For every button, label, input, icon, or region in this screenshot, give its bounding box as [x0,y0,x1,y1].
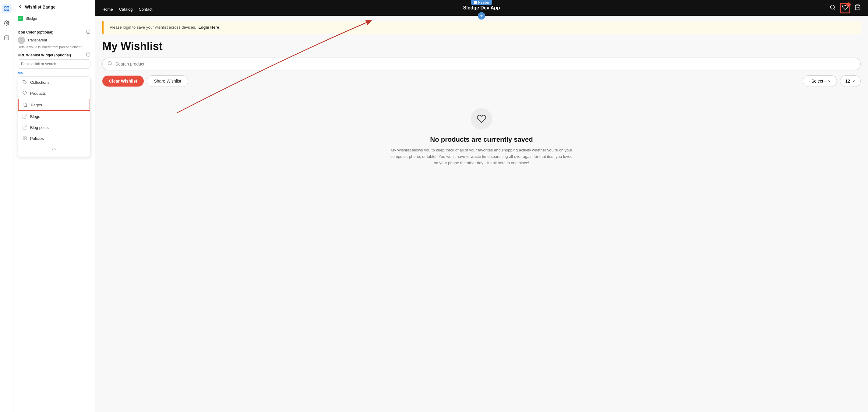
wishlist-notice: Please login to save your wishlist acros… [102,21,861,34]
collections-label: Collections [30,80,50,85]
color-row: Transparent [18,36,90,44]
svg-rect-3 [7,9,8,11]
icon-color-field-row: Icon Color (optional) [18,30,90,35]
notice-link[interactable]: Login Here [198,25,219,30]
url-widget-label: URL Wishlist Widget (optional) [18,53,71,57]
icon-color-desc: Default value is inherit from parent ele… [18,45,90,49]
dropdown-item-collections[interactable]: Collections [18,77,90,88]
back-button[interactable] [18,4,23,10]
blog-posts-label: Blog posts [30,125,49,130]
policies-label: Policies [30,136,44,141]
action-row: Clear Wishlist Share Wishlist - Select -… [102,75,861,87]
more-button[interactable]: ··· [84,4,90,10]
header-actions: 0 [830,3,861,13]
products-label: Products [30,91,46,96]
svg-line-18 [834,8,835,9]
panel-title: Wishlist Badge [25,5,56,9]
policies-icon [22,136,27,141]
collections-icon [22,80,27,85]
dropdown-item-products[interactable]: Products [18,88,90,99]
svg-rect-14 [23,139,24,140]
svg-point-8 [87,30,90,31]
icon-sidebar [0,0,13,412]
empty-desc: My Wishlist allows you to keep track of … [390,147,573,166]
cart-header-button[interactable] [855,4,861,12]
dropdown-item-blogs[interactable]: Blogs [18,111,90,122]
store-header: Header Home Catalog Contact Sledge Dev A… [95,0,868,16]
color-value: Transparent [27,38,47,42]
svg-rect-2 [5,9,6,11]
header-badge: Header [471,0,492,5]
sidebar-icon-blocks[interactable] [2,33,11,43]
dropdown-item-blog-posts[interactable]: Blog posts [18,122,90,133]
svg-rect-1 [7,6,8,8]
url-widget-db-icon [86,52,90,58]
wishlist-header-button[interactable]: 0 [840,3,850,13]
main-area: Header Home Catalog Contact Sledge Dev A… [95,0,868,412]
svg-line-21 [111,64,112,65]
panel-content: Icon Color (optional) Transparent Defaul… [13,25,95,412]
pages-icon [23,102,28,107]
sledge-label: Sledge [26,17,37,21]
svg-point-9 [87,53,90,54]
nav-home[interactable]: Home [102,7,113,11]
blogs-icon [22,114,27,119]
empty-heart-icon [471,108,492,129]
count-select-label: 12 [845,79,850,84]
products-icon [22,91,27,96]
url-dropdown-menu: Collections Products [18,77,90,157]
url-widget-field-row: URL Wishlist Widget (optional) [18,52,90,58]
nav-links: Home Catalog Contact [102,7,152,11]
sort-select-label: - Select - [809,79,826,84]
blogs-label: Blogs [30,114,40,119]
sledge-icon [18,16,23,21]
svg-rect-15 [25,139,26,140]
page-content: Please login to save your wishlist acros… [95,16,868,412]
svg-point-20 [108,62,112,65]
wishlist-badge-count: 0 [846,2,850,7]
svg-point-17 [831,5,835,9]
svg-point-4 [6,23,7,24]
url-search-input[interactable] [18,59,90,68]
svg-rect-5 [5,36,9,40]
de-label: Ma [18,71,90,75]
nav-catalog[interactable]: Catalog [119,7,133,11]
pages-label: Pages [31,103,42,107]
color-swatch [18,36,25,44]
icon-color-db-icon [86,30,90,35]
product-search-input[interactable] [116,62,856,66]
wishlist-title: My Wishlist [102,40,861,53]
sidebar-icon-settings[interactable] [2,18,11,28]
svg-rect-12 [23,137,24,138]
share-wishlist-button[interactable]: Share Wishlist [147,75,188,87]
svg-rect-16 [474,1,477,4]
page-main: My Wishlist Clear Wishlist Share Wishlis… [95,40,868,178]
svg-rect-13 [25,137,26,138]
product-search-bar [102,58,861,70]
icon-color-label: Icon Color (optional) [18,30,53,34]
sidebar-icon-layout[interactable] [2,4,11,13]
sledge-row: Sledge [13,14,95,25]
url-search-container [18,59,90,68]
loading-spinner: ◠ [18,144,90,157]
nav-contact[interactable]: Contact [139,7,153,11]
notice-text: Please login to save your wishlist acros… [110,25,196,30]
sidebar-panel-header: Wishlist Badge ··· [13,0,95,14]
filter-row: - Select - 12 [803,75,861,87]
blog-posts-icon [22,125,27,130]
panel-sidebar: Wishlist Badge ··· Sledge Icon Color (op… [13,0,95,412]
add-section-button[interactable]: + [478,12,485,20]
product-search-icon [107,61,113,67]
clear-wishlist-button[interactable]: Clear Wishlist [102,76,144,87]
dropdown-item-policies[interactable]: Policies [18,133,90,144]
empty-state: No products are currently saved My Wishl… [102,96,861,178]
dropdown-item-pages[interactable]: Pages [18,99,90,111]
store-title: Sledge Dev App [463,5,500,11]
empty-title: No products are currently saved [430,136,533,144]
svg-rect-0 [5,6,6,8]
search-header-button[interactable] [830,4,836,12]
count-select-dropdown[interactable]: 12 [840,75,861,87]
sort-select-dropdown[interactable]: - Select - [803,75,837,87]
